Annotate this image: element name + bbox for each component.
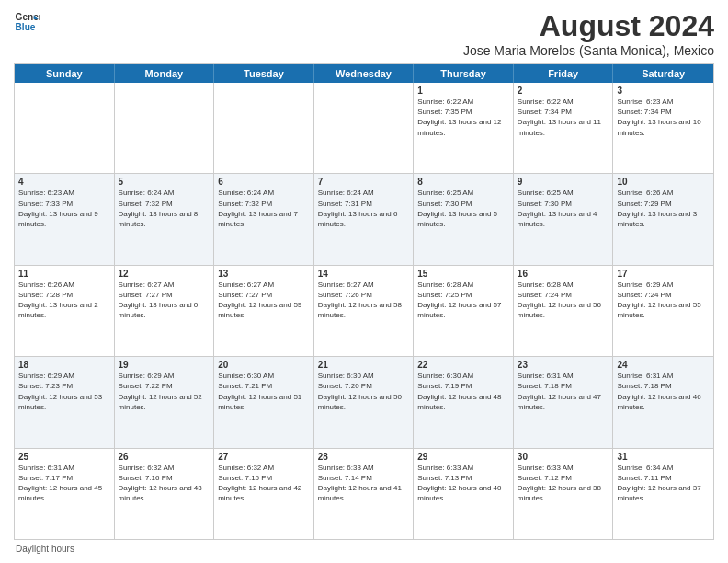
calendar-cell [314, 83, 415, 173]
calendar-cell: 10Sunrise: 6:26 AM Sunset: 7:29 PM Dayli… [613, 174, 713, 264]
calendar-cell [115, 83, 215, 173]
calendar-cell: 22Sunrise: 6:30 AM Sunset: 7:19 PM Dayli… [414, 357, 514, 447]
day-number: 25 [18, 452, 110, 462]
cell-info: Sunrise: 6:24 AM Sunset: 7:31 PM Dayligh… [318, 188, 410, 229]
calendar-row-0: 1Sunrise: 6:22 AM Sunset: 7:35 PM Daylig… [15, 83, 713, 174]
cell-info: Sunrise: 6:30 AM Sunset: 7:20 PM Dayligh… [318, 371, 410, 412]
day-number: 30 [518, 452, 609, 462]
calendar-cell: 26Sunrise: 6:32 AM Sunset: 7:16 PM Dayli… [115, 449, 215, 539]
calendar-cell: 19Sunrise: 6:29 AM Sunset: 7:22 PM Dayli… [115, 357, 215, 447]
calendar-cell: 13Sunrise: 6:27 AM Sunset: 7:27 PM Dayli… [214, 266, 314, 356]
footer-note: Daylight hours [14, 544, 714, 554]
cell-info: Sunrise: 6:34 AM Sunset: 7:11 PM Dayligh… [617, 463, 710, 504]
cell-info: Sunrise: 6:26 AM Sunset: 7:29 PM Dayligh… [617, 188, 710, 229]
calendar-row-1: 4Sunrise: 6:23 AM Sunset: 7:33 PM Daylig… [15, 174, 713, 265]
calendar-cell: 14Sunrise: 6:27 AM Sunset: 7:26 PM Dayli… [314, 266, 415, 356]
day-number: 17 [617, 269, 710, 279]
calendar-cell: 23Sunrise: 6:31 AM Sunset: 7:18 PM Dayli… [514, 357, 614, 447]
calendar-cell: 8Sunrise: 6:25 AM Sunset: 7:30 PM Daylig… [414, 174, 514, 264]
calendar-cell: 16Sunrise: 6:28 AM Sunset: 7:24 PM Dayli… [514, 266, 614, 356]
cell-info: Sunrise: 6:33 AM Sunset: 7:12 PM Dayligh… [518, 463, 609, 504]
logo: General Blue [14, 9, 40, 35]
day-number: 10 [617, 177, 710, 187]
day-number: 20 [218, 360, 310, 370]
calendar-cell: 3Sunrise: 6:23 AM Sunset: 7:34 PM Daylig… [613, 83, 713, 173]
cell-info: Sunrise: 6:33 AM Sunset: 7:14 PM Dayligh… [318, 463, 410, 504]
cell-info: Sunrise: 6:29 AM Sunset: 7:24 PM Dayligh… [617, 280, 710, 321]
cell-info: Sunrise: 6:29 AM Sunset: 7:23 PM Dayligh… [18, 371, 110, 412]
day-number: 16 [518, 269, 609, 279]
day-number: 13 [218, 269, 310, 279]
calendar-cell: 27Sunrise: 6:32 AM Sunset: 7:15 PM Dayli… [214, 449, 314, 539]
day-number: 28 [318, 452, 410, 462]
subtitle: Jose Maria Morelos (Santa Monica), Mexic… [463, 43, 714, 58]
calendar-cell: 30Sunrise: 6:33 AM Sunset: 7:12 PM Dayli… [514, 449, 614, 539]
calendar-cell [15, 83, 115, 173]
cell-info: Sunrise: 6:31 AM Sunset: 7:17 PM Dayligh… [18, 463, 110, 504]
cell-info: Sunrise: 6:32 AM Sunset: 7:15 PM Dayligh… [218, 463, 310, 504]
header-day-monday: Monday [115, 64, 215, 83]
calendar-cell: 17Sunrise: 6:29 AM Sunset: 7:24 PM Dayli… [613, 266, 713, 356]
calendar-header-row: SundayMondayTuesdayWednesdayThursdayFrid… [15, 64, 713, 83]
day-number: 23 [518, 360, 609, 370]
header-day-sunday: Sunday [15, 64, 115, 83]
cell-info: Sunrise: 6:22 AM Sunset: 7:35 PM Dayligh… [417, 97, 509, 138]
logo-icon: General Blue [14, 9, 40, 35]
calendar-cell: 29Sunrise: 6:33 AM Sunset: 7:13 PM Dayli… [414, 449, 514, 539]
svg-text:Blue: Blue [16, 22, 36, 32]
calendar-cell: 2Sunrise: 6:22 AM Sunset: 7:34 PM Daylig… [514, 83, 614, 173]
cell-info: Sunrise: 6:28 AM Sunset: 7:25 PM Dayligh… [417, 280, 509, 321]
cell-info: Sunrise: 6:33 AM Sunset: 7:13 PM Dayligh… [417, 463, 509, 504]
cell-info: Sunrise: 6:26 AM Sunset: 7:28 PM Dayligh… [18, 280, 110, 321]
calendar-body: 1Sunrise: 6:22 AM Sunset: 7:35 PM Daylig… [15, 83, 713, 539]
cell-info: Sunrise: 6:25 AM Sunset: 7:30 PM Dayligh… [417, 188, 509, 229]
day-number: 8 [417, 177, 509, 187]
cell-info: Sunrise: 6:27 AM Sunset: 7:27 PM Dayligh… [218, 280, 310, 321]
calendar-cell: 5Sunrise: 6:24 AM Sunset: 7:32 PM Daylig… [115, 174, 215, 264]
day-number: 14 [318, 269, 410, 279]
calendar-cell: 11Sunrise: 6:26 AM Sunset: 7:28 PM Dayli… [15, 266, 115, 356]
calendar-cell: 12Sunrise: 6:27 AM Sunset: 7:27 PM Dayli… [115, 266, 215, 356]
cell-info: Sunrise: 6:23 AM Sunset: 7:33 PM Dayligh… [18, 188, 110, 229]
calendar-cell: 7Sunrise: 6:24 AM Sunset: 7:31 PM Daylig… [314, 174, 415, 264]
day-number: 31 [617, 452, 710, 462]
cell-info: Sunrise: 6:23 AM Sunset: 7:34 PM Dayligh… [617, 97, 710, 138]
day-number: 22 [417, 360, 509, 370]
header: General Blue August 2024 Jose Maria More… [14, 9, 714, 58]
calendar-cell: 9Sunrise: 6:25 AM Sunset: 7:30 PM Daylig… [514, 174, 614, 264]
cell-info: Sunrise: 6:27 AM Sunset: 7:27 PM Dayligh… [119, 280, 210, 321]
day-number: 9 [518, 177, 609, 187]
cell-info: Sunrise: 6:28 AM Sunset: 7:24 PM Dayligh… [518, 280, 609, 321]
calendar-row-4: 25Sunrise: 6:31 AM Sunset: 7:17 PM Dayli… [15, 449, 713, 539]
cell-info: Sunrise: 6:31 AM Sunset: 7:18 PM Dayligh… [617, 371, 710, 412]
day-number: 19 [119, 360, 210, 370]
header-day-wednesday: Wednesday [314, 64, 415, 83]
cell-info: Sunrise: 6:29 AM Sunset: 7:22 PM Dayligh… [119, 371, 210, 412]
header-day-thursday: Thursday [414, 64, 514, 83]
cell-info: Sunrise: 6:30 AM Sunset: 7:21 PM Dayligh… [218, 371, 310, 412]
day-number: 5 [119, 177, 210, 187]
day-number: 7 [318, 177, 410, 187]
day-number: 21 [318, 360, 410, 370]
calendar-cell: 18Sunrise: 6:29 AM Sunset: 7:23 PM Dayli… [15, 357, 115, 447]
calendar-cell: 1Sunrise: 6:22 AM Sunset: 7:35 PM Daylig… [414, 83, 514, 173]
calendar-cell: 24Sunrise: 6:31 AM Sunset: 7:18 PM Dayli… [613, 357, 713, 447]
header-day-tuesday: Tuesday [214, 64, 314, 83]
day-number: 27 [218, 452, 310, 462]
day-number: 2 [518, 86, 609, 96]
cell-info: Sunrise: 6:27 AM Sunset: 7:26 PM Dayligh… [318, 280, 410, 321]
day-number: 12 [119, 269, 210, 279]
cell-info: Sunrise: 6:24 AM Sunset: 7:32 PM Dayligh… [119, 188, 210, 229]
day-number: 11 [18, 269, 110, 279]
calendar-cell: 21Sunrise: 6:30 AM Sunset: 7:20 PM Dayli… [314, 357, 415, 447]
cell-info: Sunrise: 6:22 AM Sunset: 7:34 PM Dayligh… [518, 97, 609, 138]
calendar-cell: 20Sunrise: 6:30 AM Sunset: 7:21 PM Dayli… [214, 357, 314, 447]
calendar-cell [214, 83, 314, 173]
calendar-cell: 6Sunrise: 6:24 AM Sunset: 7:32 PM Daylig… [214, 174, 314, 264]
calendar-cell: 15Sunrise: 6:28 AM Sunset: 7:25 PM Dayli… [414, 266, 514, 356]
calendar-cell: 28Sunrise: 6:33 AM Sunset: 7:14 PM Dayli… [314, 449, 415, 539]
header-day-friday: Friday [514, 64, 614, 83]
main-title: August 2024 [463, 9, 714, 43]
day-number: 6 [218, 177, 310, 187]
day-number: 24 [617, 360, 710, 370]
